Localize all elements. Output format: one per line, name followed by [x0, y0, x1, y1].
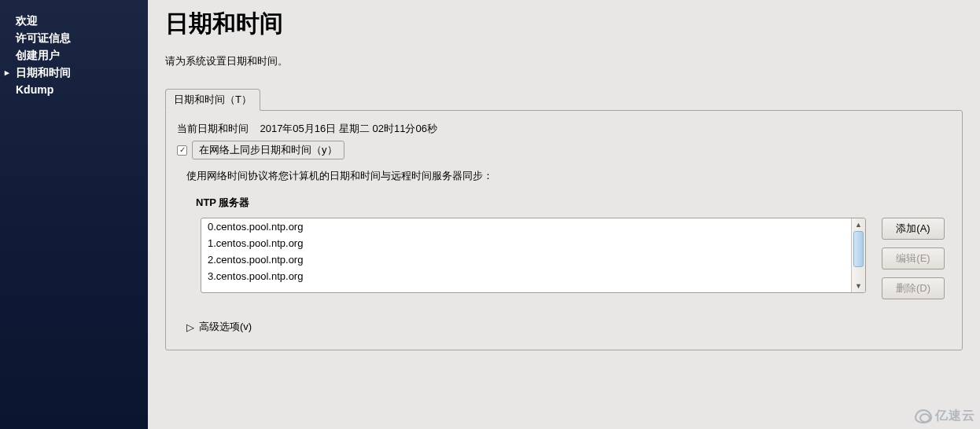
watermark: 亿速云 [915, 408, 975, 424]
advanced-toggle[interactable]: ▷ 高级选项(v) [186, 320, 951, 334]
ntp-list[interactable]: 0.centos.pool.ntp.org 1.centos.pool.ntp.… [201, 218, 851, 292]
page-title: 日期和时间 [165, 8, 963, 40]
scrollbar[interactable]: ▲ ▼ [851, 218, 865, 292]
sync-checkbox[interactable]: ✓ [177, 145, 187, 156]
sidebar-item-welcome[interactable]: 欢迎 [0, 13, 148, 30]
ntp-list-item[interactable]: 3.centos.pool.ntp.org [201, 268, 851, 284]
sync-row: ✓ 在网络上同步日期和时间（y） [177, 141, 951, 160]
tab-header: 日期和时间（T） [165, 89, 963, 110]
chevron-right-icon: ▷ [186, 321, 194, 333]
edit-button[interactable]: 编辑(E) [882, 248, 945, 270]
main-content: 日期和时间 请为系统设置日期和时间。 日期和时间（T） 当前日期和时间 2017… [148, 0, 980, 429]
sidebar-item-createuser[interactable]: 创建用户 [0, 47, 148, 64]
scroll-down-icon[interactable]: ▼ [852, 280, 865, 292]
watermark-text: 亿速云 [935, 408, 975, 424]
cloud-icon [915, 409, 932, 424]
sidebar: 欢迎 许可证信息 创建用户 日期和时间 Kdump [0, 0, 148, 429]
ntp-list-wrap: 0.centos.pool.ntp.org 1.centos.pool.ntp.… [201, 218, 866, 293]
ntp-row: 0.centos.pool.ntp.org 1.centos.pool.ntp.… [201, 218, 951, 299]
scroll-thumb[interactable] [853, 231, 864, 267]
ntp-list-item[interactable]: 1.centos.pool.ntp.org [201, 235, 851, 251]
current-datetime-value: 2017年05月16日 星期二 02时11分06秒 [260, 123, 437, 134]
tab-datetime[interactable]: 日期和时间（T） [165, 89, 260, 111]
current-datetime-row: 当前日期和时间 2017年05月16日 星期二 02时11分06秒 [177, 122, 951, 136]
sidebar-item-kdump[interactable]: Kdump [0, 82, 148, 97]
scroll-track[interactable] [852, 231, 865, 280]
tab-panel: 日期和时间（T） 当前日期和时间 2017年05月16日 星期二 02时11分0… [165, 89, 963, 350]
ntp-list-item[interactable]: 2.centos.pool.ntp.org [201, 251, 851, 268]
sidebar-item-datetime[interactable]: 日期和时间 [0, 64, 148, 82]
tab-body: 当前日期和时间 2017年05月16日 星期二 02时11分06秒 ✓ 在网络上… [165, 110, 963, 350]
ntp-desc: 使用网络时间协议将您计算机的日期和时间与远程时间服务器同步： [186, 169, 951, 183]
sync-button[interactable]: 在网络上同步日期和时间（y） [192, 141, 344, 160]
scroll-up-icon[interactable]: ▲ [852, 218, 865, 231]
ntp-buttons: 添加(A) 编辑(E) 删除(D) [882, 218, 945, 299]
current-datetime-label: 当前日期和时间 [177, 123, 249, 134]
advanced-label: 高级选项(v) [199, 320, 252, 334]
ntp-title: NTP 服务器 [196, 196, 951, 210]
delete-button[interactable]: 删除(D) [882, 277, 945, 299]
sidebar-item-license[interactable]: 许可证信息 [0, 30, 148, 47]
add-button[interactable]: 添加(A) [882, 218, 945, 240]
page-desc: 请为系统设置日期和时间。 [165, 54, 963, 68]
ntp-list-item[interactable]: 0.centos.pool.ntp.org [201, 218, 851, 235]
